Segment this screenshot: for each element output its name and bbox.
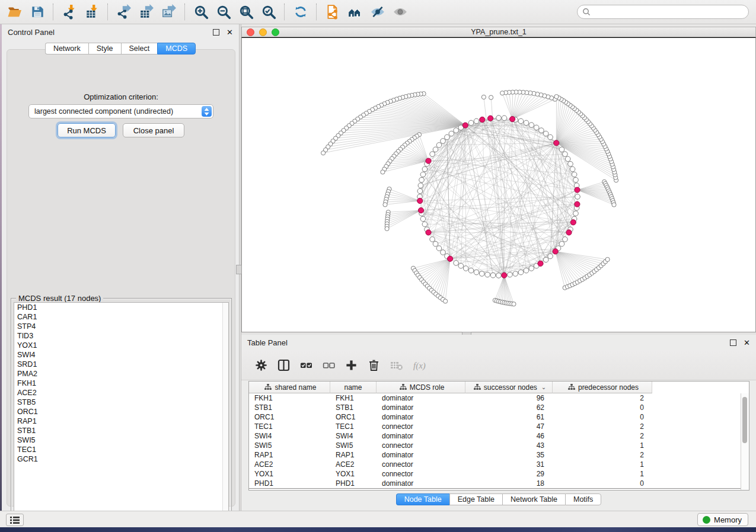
graph-node[interactable] <box>529 266 534 271</box>
tab-mcds[interactable]: MCDS <box>157 43 196 55</box>
graph-node[interactable] <box>441 250 446 255</box>
graph-node[interactable] <box>458 263 464 268</box>
cell-shared-name[interactable]: ACE2 <box>249 460 330 469</box>
graph-mcds-node[interactable] <box>448 256 453 261</box>
graph-leaf-node[interactable] <box>612 203 616 207</box>
graph-node[interactable] <box>441 139 446 144</box>
mcds-result-item[interactable]: STP4 <box>14 322 228 331</box>
cell-successor-nodes[interactable]: 43 <box>465 441 553 450</box>
export-image-icon[interactable] <box>158 2 180 21</box>
cell-name[interactable]: TEC1 <box>330 422 377 431</box>
cell-shared-name[interactable]: STB1 <box>249 403 330 412</box>
float-table-panel-icon[interactable] <box>730 339 736 346</box>
graph-node[interactable] <box>463 266 468 271</box>
result-scrollbar[interactable] <box>222 303 228 516</box>
graph-node[interactable] <box>559 241 564 246</box>
zoom-in-icon[interactable] <box>190 2 212 21</box>
graph-node[interactable] <box>422 166 428 172</box>
graph-node[interactable] <box>479 271 484 277</box>
graph-mcds-node[interactable] <box>502 273 507 278</box>
graph-node[interactable] <box>468 268 474 273</box>
graph-node[interactable] <box>563 152 568 157</box>
graph-node[interactable] <box>436 246 442 251</box>
close-panel-button[interactable]: Close panel <box>123 123 184 137</box>
graph-leaf-node[interactable] <box>321 151 326 155</box>
cell-predecessor-nodes[interactable]: 0 <box>553 412 652 422</box>
graph-node[interactable] <box>445 134 450 140</box>
graph-leaf-node[interactable] <box>500 91 505 95</box>
cell-predecessor-nodes[interactable]: 2 <box>553 422 652 431</box>
graph-node[interactable] <box>508 272 513 277</box>
cell-successor-nodes[interactable]: 62 <box>465 403 553 412</box>
graph-mcds-node[interactable] <box>462 123 468 128</box>
tab-network[interactable]: Network <box>45 43 88 55</box>
hide-selected-icon[interactable] <box>366 2 389 21</box>
cell-successor-nodes[interactable]: 61 <box>465 412 553 422</box>
cell-shared-name[interactable]: YOX1 <box>249 469 330 479</box>
select-all-icon[interactable] <box>297 356 315 374</box>
graph-mcds-node[interactable] <box>510 116 515 121</box>
cell-shared-name[interactable]: SWI4 <box>249 431 330 441</box>
cell-MCDS-role[interactable]: dominator <box>377 479 465 488</box>
tab-node-table[interactable]: Node Table <box>396 493 449 505</box>
network-view-canvas[interactable] <box>241 37 756 332</box>
graph-node[interactable] <box>430 237 435 242</box>
deselect-all-icon[interactable] <box>320 356 337 374</box>
column-header-MCDS-role[interactable]: MCDS role <box>377 382 465 393</box>
cell-predecessor-nodes[interactable]: 1 <box>553 460 652 469</box>
zoom-out-icon[interactable] <box>212 2 235 21</box>
graph-mcds-node[interactable] <box>554 140 559 146</box>
cell-MCDS-role[interactable]: dominator <box>377 393 465 403</box>
column-header-successor-nodes[interactable]: successor nodes⌄ <box>465 382 553 393</box>
cell-MCDS-role[interactable]: connector <box>377 469 465 479</box>
cell-name[interactable]: SWI4 <box>330 431 377 441</box>
mcds-result-item[interactable]: ACE2 <box>14 388 228 398</box>
cell-successor-nodes[interactable]: 18 <box>465 479 553 488</box>
graph-leaf-node[interactable] <box>383 203 387 207</box>
graph-mcds-node[interactable] <box>418 208 423 213</box>
graph-node[interactable] <box>513 271 518 277</box>
graph-node[interactable] <box>563 237 568 242</box>
graph-mcds-node[interactable] <box>417 198 423 203</box>
import-network-icon[interactable] <box>58 2 81 21</box>
graph-leaf-node[interactable] <box>385 226 389 230</box>
gear-icon[interactable] <box>252 356 270 374</box>
cell-predecessor-nodes[interactable]: 2 <box>553 450 652 460</box>
cell-MCDS-role[interactable]: dominator <box>377 412 465 422</box>
table-scrollbar-thumb[interactable] <box>742 397 747 443</box>
cell-MCDS-role[interactable]: connector <box>377 422 465 431</box>
cell-name[interactable]: PHD1 <box>330 479 377 488</box>
search-input[interactable] <box>591 6 748 18</box>
graph-node[interactable] <box>422 222 428 227</box>
zoom-selected-icon[interactable] <box>257 2 280 21</box>
network-window-titlebar[interactable]: YPA_prune.txt_1 <box>241 27 756 37</box>
open-folder-icon[interactable] <box>4 2 26 21</box>
export-network-icon[interactable] <box>113 2 135 21</box>
graph-leaf-node[interactable] <box>605 257 610 261</box>
save-session-icon[interactable] <box>26 2 49 21</box>
graph-node[interactable] <box>417 188 423 194</box>
graph-node[interactable] <box>485 272 490 277</box>
graph-node[interactable] <box>534 125 539 130</box>
graph-node[interactable] <box>548 254 553 259</box>
cell-shared-name[interactable]: TEC1 <box>249 422 330 431</box>
graph-node[interactable] <box>454 128 459 133</box>
mcds-result-item[interactable]: YOX1 <box>14 341 228 350</box>
cell-predecessor-nodes[interactable]: 0 <box>553 403 652 412</box>
mcds-result-item[interactable]: TEC1 <box>14 445 228 454</box>
mcds-result-item[interactable]: RAP1 <box>14 416 228 426</box>
graph-leaf-node[interactable] <box>554 95 559 99</box>
cell-predecessor-nodes[interactable]: 1 <box>553 469 652 479</box>
graph-mcds-node[interactable] <box>538 261 543 266</box>
graph-node[interactable] <box>418 183 423 188</box>
network-graph[interactable] <box>242 38 755 332</box>
graph-node[interactable] <box>575 194 580 200</box>
graph-mcds-node[interactable] <box>566 230 572 235</box>
column-header-name[interactable]: name <box>330 382 377 393</box>
graph-node[interactable] <box>548 134 553 140</box>
float-panel-icon[interactable] <box>213 29 219 36</box>
graph-node[interactable] <box>543 131 548 136</box>
tab-network-table[interactable]: Network Table <box>502 493 565 505</box>
graph-mcds-node[interactable] <box>575 201 580 207</box>
cell-successor-nodes[interactable]: 46 <box>465 431 553 441</box>
